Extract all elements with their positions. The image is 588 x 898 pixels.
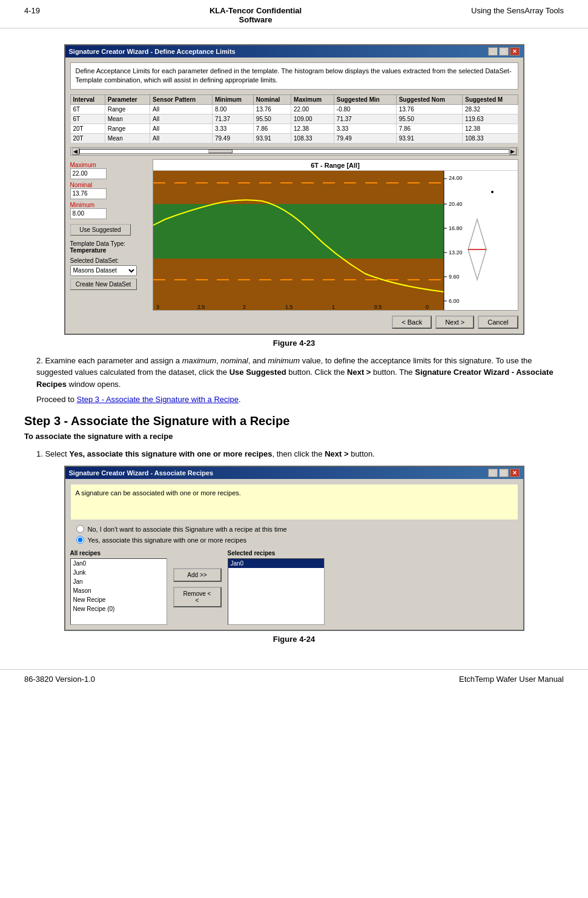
template-data-type-label: Template Data Type: — [70, 240, 149, 247]
svg-text:0.5: 0.5 — [374, 304, 382, 310]
scroll-right-btn[interactable]: ▶ — [509, 148, 517, 155]
parameters-table: Interval Parameter Sensor Pattern Minimu… — [70, 94, 518, 144]
main-content: Signature Creator Wizard - Define Accept… — [0, 28, 588, 657]
footer-manual: EtchTemp Wafer User Manual — [459, 675, 564, 684]
table-cell: 7.86 — [396, 124, 462, 133]
body-step2: 2. Examine each parameter and assign a m… — [36, 355, 564, 406]
wizard-define-acceptance-limits: Signature Creator Wizard - Define Accept… — [64, 44, 524, 335]
list-item[interactable]: Jan0 — [228, 559, 324, 568]
svg-rect-1 — [153, 171, 444, 204]
all-recipes-col: All recipes Jan0JunkJanMasonNew RecipeNe… — [70, 550, 167, 625]
list-item[interactable]: Mason — [71, 586, 167, 595]
table-cell: 12.38 — [291, 124, 334, 133]
horizontal-scrollbar[interactable]: ◀ ▶ — [70, 147, 518, 156]
recipe-mid-buttons: Add >> Remove < < — [173, 550, 222, 625]
table-cell: 8.00 — [212, 104, 253, 114]
svg-text:1: 1 — [332, 304, 335, 310]
selected-recipes-col: Selected recipes Jan0 — [228, 550, 325, 625]
close-button[interactable]: ✕ — [510, 47, 520, 56]
wizard2-body: A signature can be associated with one o… — [65, 479, 523, 630]
list-item[interactable]: Junk — [71, 568, 167, 577]
maximum-input[interactable] — [70, 168, 107, 179]
scroll-thumb[interactable] — [208, 150, 233, 153]
table-row: 20TMeanAll79.4993.91108.3379.4993.91108.… — [70, 133, 518, 143]
selected-recipes-label: Selected recipes — [228, 550, 325, 556]
remove-button[interactable]: Remove < < — [173, 587, 222, 607]
minimum-input[interactable] — [70, 208, 107, 219]
use-suggested-button[interactable]: Use Suggested — [70, 224, 131, 236]
table-cell: 71.37 — [334, 114, 396, 124]
scroll-track — [79, 149, 509, 154]
maximize-button[interactable]: □ — [499, 47, 509, 56]
scroll-left-btn[interactable]: ◀ — [72, 148, 79, 155]
wizard2-maximize-button[interactable]: □ — [499, 469, 509, 477]
cancel-button[interactable]: Cancel — [478, 315, 518, 329]
option-no-label: No, I don't want to associate this Signa… — [88, 526, 287, 533]
nominal-label: Nominal — [70, 182, 149, 188]
table-cell: 3.33 — [212, 124, 253, 133]
back-button[interactable]: < Back — [392, 315, 432, 329]
table-cell: 12.38 — [462, 124, 518, 133]
table-cell: All — [150, 124, 213, 133]
svg-text:2.5: 2.5 — [197, 304, 205, 310]
next-button[interactable]: Next > — [435, 315, 474, 329]
table-cell: 20T — [70, 133, 105, 143]
table-row: 20TRangeAll3.337.8612.383.337.8612.38 — [70, 124, 518, 133]
svg-text:13.20: 13.20 — [449, 249, 463, 256]
maximum-label: Maximum — [70, 162, 149, 168]
table-cell: 20T — [70, 124, 105, 133]
chart-title: 6T - Range [All] — [153, 160, 518, 171]
minimum-label: Minimum — [70, 202, 149, 208]
list-item[interactable]: New Recipe (0) — [71, 604, 167, 613]
option-no-radio[interactable] — [76, 525, 84, 533]
list-item[interactable]: Jan — [71, 577, 167, 586]
selected-recipes-listbox[interactable]: Jan0 — [228, 558, 325, 625]
page-header: 4-19 KLA-Tencor Confidential Software Us… — [0, 0, 588, 28]
wizard-body: Define Acceptance Limits for each parame… — [65, 58, 523, 334]
wizard2-close-button[interactable]: ✕ — [510, 469, 520, 477]
header-section: Using the SensArray Tools — [471, 6, 564, 15]
table-cell: 7.86 — [253, 124, 291, 133]
col-maximum: Maximum — [291, 94, 334, 104]
page-footer: 86-3820 Version-1.0 EtchTemp Wafer User … — [0, 669, 588, 688]
proceed-para: Proceed to Step 3 - Associate the Signat… — [36, 394, 564, 406]
step3-body: 1. Select Yes, associate this signature … — [36, 448, 564, 460]
all-recipes-listbox[interactable]: Jan0JunkJanMasonNew RecipeNew Recipe (0) — [70, 558, 167, 625]
wizard2-minimize-button[interactable]: _ — [488, 469, 498, 477]
wizard2-titlebar-buttons: _ □ ✕ — [488, 469, 520, 477]
table-cell: Mean — [105, 114, 150, 124]
wizard-titlebar: Signature Creator Wizard - Define Accept… — [65, 45, 523, 58]
create-dataset-button[interactable]: Create New DataSet — [70, 279, 137, 290]
table-cell: 22.00 — [291, 104, 334, 114]
table-cell: All — [150, 133, 213, 143]
table-cell: All — [150, 114, 213, 124]
proceed-period: . — [239, 395, 241, 404]
nominal-input[interactable] — [70, 188, 107, 199]
chart-panel: 6T - Range [All] — [153, 159, 518, 311]
col-suggested-m: Suggested M — [462, 94, 518, 104]
option-no-row: No, I don't want to associate this Signa… — [76, 525, 518, 533]
svg-text:1.5: 1.5 — [285, 304, 293, 310]
figure-24-caption: Figure 4-24 — [273, 635, 315, 644]
table-cell: 6T — [70, 114, 105, 124]
wizard-description: Define Acceptance Limits for each parame… — [70, 62, 518, 90]
add-button[interactable]: Add >> — [173, 568, 222, 582]
list-item[interactable]: New Recipe — [71, 595, 167, 604]
dataset-select[interactable]: Masons Dataset — [70, 265, 137, 276]
option-yes-radio[interactable] — [76, 536, 84, 544]
table-cell: Range — [105, 104, 150, 114]
proceed-link[interactable]: Step 3 - Associate the Signature with a … — [77, 395, 239, 404]
header-page-number: 4-19 — [24, 6, 40, 15]
svg-point-28 — [491, 191, 494, 193]
list-item[interactable]: Jan0 — [71, 559, 167, 568]
table-cell: -0.80 — [334, 104, 396, 114]
table-cell: 95.50 — [396, 114, 462, 124]
table-cell: 109.00 — [291, 114, 334, 124]
figure-23-container: Signature Creator Wizard - Define Accept… — [24, 44, 564, 348]
selected-dataset-label: Selected DataSet: — [70, 257, 149, 264]
svg-text:0: 0 — [426, 304, 429, 310]
minimize-button[interactable]: _ — [488, 47, 498, 56]
table-cell: 71.37 — [212, 114, 253, 124]
svg-text:3: 3 — [156, 304, 159, 310]
figure-23-caption: Figure 4-23 — [273, 338, 315, 348]
